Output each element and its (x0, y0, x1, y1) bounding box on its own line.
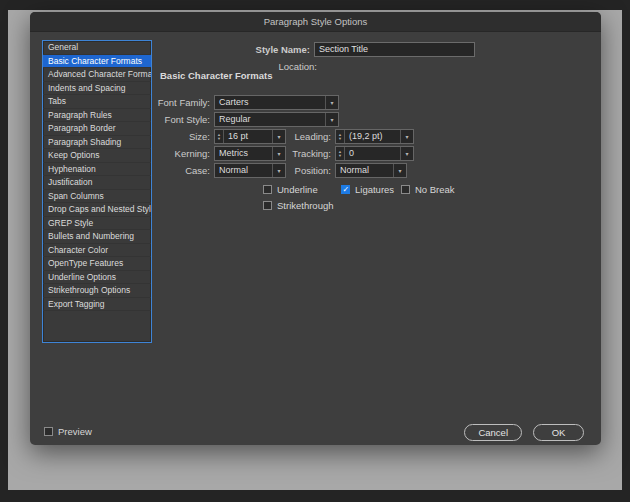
kerning-value: Metrics (215, 147, 272, 160)
ligatures-checkbox-label: Ligatures (355, 184, 394, 195)
no-break-checkbox-label: No Break (415, 184, 455, 195)
ligatures-checkbox[interactable] (341, 185, 350, 194)
stepper-arrows-icon: ▲▼ (336, 147, 345, 160)
underline-checkbox[interactable] (263, 185, 272, 194)
font-style-label: Font Style: (110, 113, 210, 126)
position-select[interactable]: Normal ▾ (335, 163, 407, 178)
leading-value: (19,2 pt) (345, 130, 400, 143)
font-family-select[interactable]: Carters ▾ (214, 95, 339, 110)
chevron-down-icon: ▾ (325, 96, 338, 109)
stepper-arrows-icon: ▲▼ (215, 130, 224, 143)
sidebar-item-grep-style[interactable]: GREP Style (43, 217, 151, 231)
style-name-input[interactable]: Section Title (314, 42, 475, 57)
chevron-down-icon: ▾ (272, 147, 285, 160)
leading-stepper[interactable]: ▲▼ (19,2 pt) ▾ (335, 129, 414, 144)
case-label: Case: (110, 164, 210, 177)
chevron-down-icon: ▾ (272, 130, 285, 143)
sidebar-item-export-tagging[interactable]: Export Tagging (43, 298, 151, 312)
case-select[interactable]: Normal ▾ (214, 163, 286, 178)
style-category-list: General Basic Character Formats Advanced… (42, 40, 152, 343)
kerning-label: Kerning: (110, 147, 210, 160)
size-stepper[interactable]: ▲▼ 16 pt ▾ (214, 129, 286, 144)
sidebar-item-advanced-character-formats[interactable]: Advanced Character Formats (43, 68, 151, 82)
paragraph-style-options-dialog: Paragraph Style Options General Basic Ch… (30, 12, 601, 445)
underline-checkbox-label: Underline (277, 184, 318, 195)
size-value: 16 pt (224, 130, 272, 143)
sidebar-item-strikethrough-options[interactable]: Strikethrough Options (43, 284, 151, 298)
screen: Paragraph Style Options General Basic Ch… (0, 0, 630, 502)
case-value: Normal (215, 164, 272, 177)
strikethrough-option: Strikethrough (263, 200, 334, 211)
font-style-select[interactable]: Regular ▾ (214, 112, 339, 127)
sidebar-item-basic-character-formats[interactable]: Basic Character Formats (43, 55, 151, 69)
font-family-label: Font Family: (110, 96, 210, 109)
tracking-stepper[interactable]: ▲▼ 0 ▾ (335, 146, 414, 161)
sidebar-item-justification[interactable]: Justification (43, 176, 151, 190)
chevron-down-icon: ▾ (400, 130, 413, 143)
sidebar-item-character-color[interactable]: Character Color (43, 244, 151, 258)
sidebar-item-drop-caps-and-nested-styles[interactable]: Drop Caps and Nested Styles (43, 203, 151, 217)
strikethrough-checkbox[interactable] (263, 201, 272, 210)
ligatures-option: Ligatures (341, 184, 394, 195)
section-heading: Basic Character Formats (160, 70, 272, 81)
tracking-value: 0 (345, 147, 400, 160)
dialog-title: Paragraph Style Options (30, 12, 601, 32)
ok-button[interactable]: OK (533, 424, 584, 441)
sidebar-item-general[interactable]: General (43, 41, 151, 55)
chevron-down-icon: ▾ (400, 147, 413, 160)
chevron-down-icon: ▾ (393, 164, 406, 177)
sidebar-item-indents-and-spacing[interactable]: Indents and Spacing (43, 82, 151, 96)
position-value: Normal (336, 164, 393, 177)
size-label: Size: (110, 130, 210, 143)
sidebar-item-opentype-features[interactable]: OpenType Features (43, 257, 151, 271)
preview-option: Preview (44, 426, 92, 437)
preview-checkbox[interactable] (44, 427, 53, 436)
kerning-select[interactable]: Metrics ▾ (214, 146, 286, 161)
stepper-arrows-icon: ▲▼ (336, 130, 345, 143)
sidebar-item-span-columns[interactable]: Span Columns (43, 190, 151, 204)
no-break-checkbox[interactable] (401, 185, 410, 194)
chevron-down-icon: ▾ (325, 113, 338, 126)
sidebar-item-bullets-and-numbering[interactable]: Bullets and Numbering (43, 230, 151, 244)
preview-checkbox-label: Preview (58, 426, 92, 437)
chevron-down-icon: ▾ (272, 164, 285, 177)
strikethrough-checkbox-label: Strikethrough (277, 200, 334, 211)
style-name-label: Style Name: (190, 43, 310, 56)
no-break-option: No Break (401, 184, 455, 195)
cancel-button[interactable]: Cancel (464, 424, 522, 441)
underline-option: Underline (263, 184, 318, 195)
sidebar-item-underline-options[interactable]: Underline Options (43, 271, 151, 285)
font-style-value: Regular (215, 113, 325, 126)
font-family-value: Carters (215, 96, 325, 109)
